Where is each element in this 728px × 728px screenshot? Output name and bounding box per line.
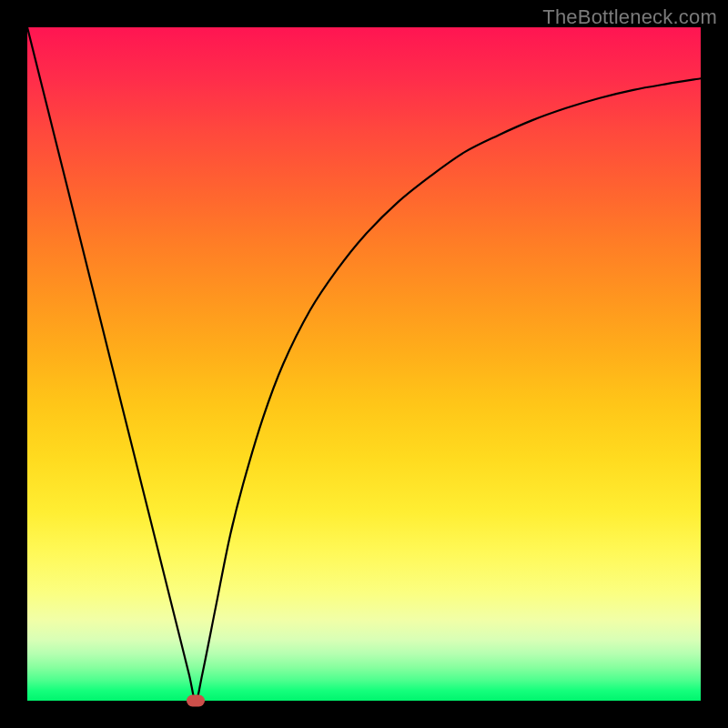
- chart-frame: TheBottleneck.com: [0, 0, 728, 728]
- bottleneck-curve: [27, 27, 701, 701]
- plot-area: [27, 27, 701, 701]
- optimal-marker: [187, 695, 205, 707]
- watermark-text: TheBottleneck.com: [542, 5, 717, 29]
